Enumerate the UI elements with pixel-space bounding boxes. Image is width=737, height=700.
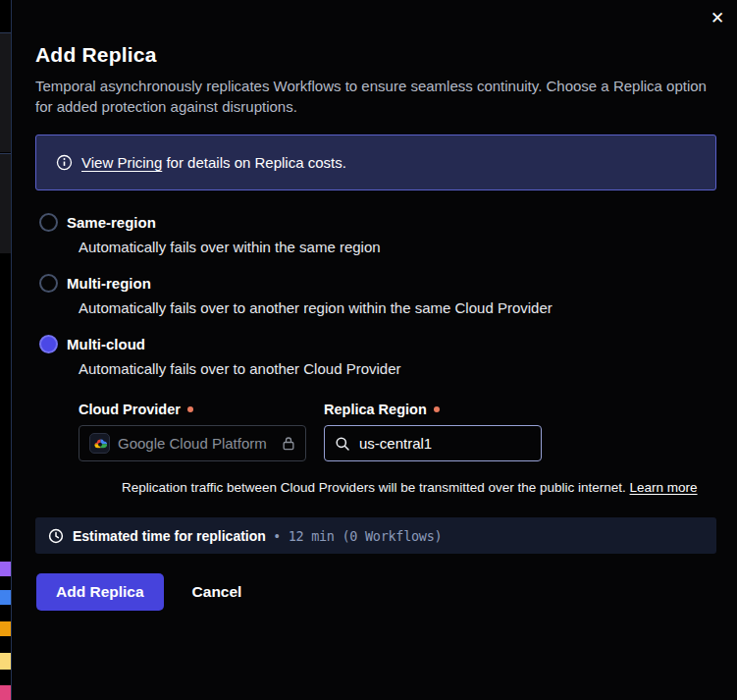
replica-region-label: Replica Region [324,402,542,417]
option-label: Multi-cloud [67,336,145,352]
option-description: Automatically fails over to another Clou… [35,360,716,377]
option-multi-cloud: Multi-cloud Automatically fails over to … [35,335,716,495]
radio-icon[interactable] [39,274,58,293]
background-color-chip [0,621,11,636]
option-label: Same-region [67,214,156,231]
required-dot-icon [187,406,193,412]
clock-icon [48,528,64,544]
radio-same-region[interactable]: Same-region [35,213,716,232]
info-icon [56,154,73,171]
replica-region-value: us-central1 [359,435,432,452]
pricing-banner-text: View Pricing for details on Replica cost… [81,154,346,171]
page-title: Add Replica [35,43,716,67]
search-icon [335,436,350,452]
radio-multi-cloud[interactable]: Multi-cloud [35,335,716,353]
option-multi-region: Multi-region Automatically fails over to… [35,274,716,316]
multi-cloud-form: Cloud Provider [35,402,716,495]
background-color-chip [0,590,11,605]
background-color-chips [0,0,11,700]
pricing-info-banner: View Pricing for details on Replica cost… [35,135,716,190]
cloud-provider-field-group: Cloud Provider [79,402,306,461]
estimate-value: 12 min (0 Workflows) [289,528,443,544]
option-description: Automatically fails over to another regi… [35,299,716,316]
background-page-strip [0,0,12,700]
add-replica-button[interactable]: Add Replica [36,573,164,611]
estimated-time-banner: Estimated time for replication • 12 min … [35,517,716,554]
public-internet-note: Replication traffic between Cloud Provid… [79,480,716,495]
replica-region-field-group: Replica Region us-centr [324,402,542,461]
lock-icon [282,436,295,451]
view-pricing-link[interactable]: View Pricing [81,154,162,171]
close-icon[interactable]: ✕ [707,8,728,29]
background-color-chip [0,653,11,670]
radio-icon[interactable] [39,335,58,353]
radio-icon[interactable] [39,213,58,232]
cloud-provider-label: Cloud Provider [79,402,306,417]
option-same-region: Same-region Automatically fails over wit… [35,213,716,255]
option-description: Automatically fails over within the same… [35,239,716,255]
gcp-logo-icon [89,433,110,454]
replica-options: Same-region Automatically fails over wit… [35,213,716,495]
radio-multi-region[interactable]: Multi-region [35,274,716,293]
estimate-separator: • [275,528,280,544]
cloud-provider-value: Google Cloud Platform [118,435,274,452]
cloud-provider-select[interactable]: Google Cloud Platform [79,425,306,461]
background-color-chip [0,562,11,576]
option-label: Multi-region [67,275,151,292]
estimate-label: Estimated time for replication [73,528,266,544]
modal-content: Add Replica Temporal asynchronously repl… [12,0,737,611]
learn-more-link[interactable]: Learn more [630,480,698,495]
modal-description: Temporal asynchronously replicates Workf… [35,76,711,117]
replica-region-input[interactable]: us-central1 [324,425,542,461]
background-color-chip [0,685,11,700]
required-dot-icon [434,406,440,412]
cancel-button[interactable]: Cancel [192,583,242,601]
add-replica-modal: ✕ Add Replica Temporal asynchronously re… [12,0,737,700]
modal-actions: Add Replica Cancel [35,573,716,611]
